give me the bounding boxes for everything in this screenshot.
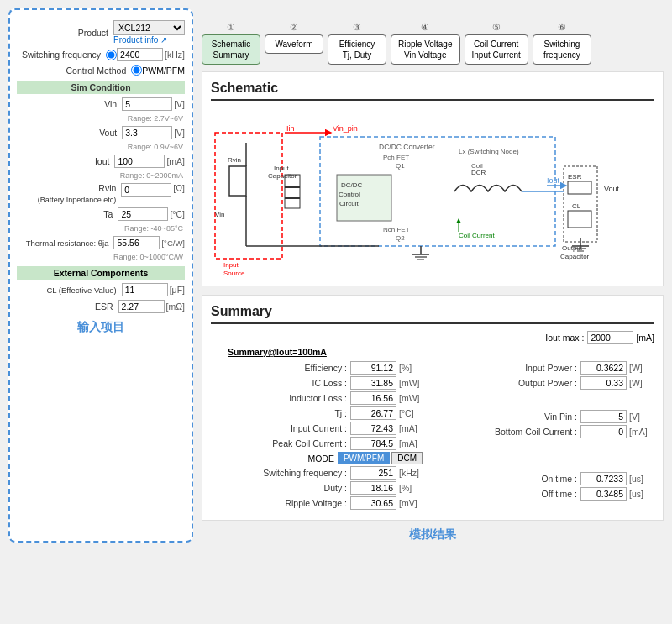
tab-bar: ① SchematicSummary ② Waveform ③ Efficien… (202, 8, 664, 65)
svg-text:Circuit: Circuit (339, 200, 359, 207)
svg-text:Iin: Iin (286, 124, 295, 133)
left-panel-label: 输入项目 (17, 320, 185, 335)
control-method-radio[interactable] (131, 65, 142, 76)
on-time-input[interactable] (580, 472, 627, 485)
output-power-input[interactable] (580, 376, 627, 390)
vin-pin-unit: [V] (629, 412, 654, 422)
sw-freq-input[interactable] (117, 48, 163, 61)
mode-label: MODE (211, 454, 338, 464)
svg-text:Coil Current: Coil Current (459, 232, 495, 239)
input-current-input[interactable] (350, 422, 396, 435)
tab-number-5: ⑤ (465, 22, 528, 33)
sw-freq-result-input[interactable] (350, 466, 396, 480)
product-label: Product (17, 28, 113, 38)
esr-input[interactable] (118, 300, 165, 313)
iout-max-input[interactable] (587, 331, 633, 344)
switching-freq-row: Switching frequency [kHz] (17, 48, 185, 61)
on-time-label: On time : (441, 474, 580, 484)
input-power-label: Input Power : (441, 363, 580, 373)
inductor-loss-label: Inductor Loss : (211, 393, 350, 403)
product-select[interactable]: XCL212 (113, 20, 185, 35)
svg-text:Vin: Vin (215, 211, 224, 218)
tab-waveform[interactable]: Waveform (265, 34, 323, 54)
ripple-unit: [mV] (399, 498, 424, 508)
input-power-row: Input Power : [W] (441, 361, 654, 375)
ic-loss-input[interactable] (350, 376, 396, 390)
product-info-link[interactable]: Product info ↗ (113, 35, 167, 45)
control-method-label: Control Method (17, 66, 131, 76)
peak-coil-input[interactable] (350, 437, 396, 450)
esr-row: ESR [mΩ] (17, 300, 185, 313)
tab-wrapper-6: ⑥ Switchingfrequency (533, 22, 591, 65)
off-time-row: Off time : [us] (441, 487, 654, 501)
ripple-label: Ripple Voltage : (211, 498, 350, 508)
tab-wrapper-5: ⑤ Coil CurrentInput Current (465, 22, 528, 65)
vout-unit: [V] (174, 128, 185, 138)
svg-text:DC/DC Converter: DC/DC Converter (379, 143, 435, 151)
peak-coil-row: Peak Coil Current : [mA] (211, 437, 424, 450)
svg-text:Source: Source (223, 270, 245, 275)
inductor-loss-row: Inductor Loss : [mW] (211, 391, 424, 405)
efficiency-input[interactable] (350, 361, 396, 375)
duty-row: Duty : [%] (211, 481, 424, 495)
iout-group: Iout [mA] Range: 0~2000mA (17, 155, 185, 180)
esr-unit: [mΩ] (166, 302, 185, 312)
svg-text:Q2: Q2 (396, 234, 405, 242)
duty-input[interactable] (350, 481, 396, 495)
input-power-input[interactable] (580, 361, 627, 375)
ripple-input[interactable] (350, 496, 396, 510)
sw-freq-label: Switching frequency (17, 50, 106, 60)
rvin-label: Rvin (Battery Inpedance etc) (17, 183, 121, 204)
vout-input[interactable] (122, 126, 172, 139)
mode-pwmpfm-btn[interactable]: PWM/PFM (338, 452, 390, 464)
off-time-input[interactable] (580, 487, 627, 501)
tab-coil-current[interactable]: Coil CurrentInput Current (465, 34, 528, 65)
bottom-coil-label: Bottom Coil Current : (441, 427, 580, 437)
vin-input[interactable] (122, 97, 172, 111)
mode-row: MODE PWM/PFM DCM (211, 452, 424, 464)
vin-range: Range: 2.7V~6V (17, 114, 183, 123)
svg-text:Lx (Switching Node): Lx (Switching Node) (459, 148, 519, 155)
efficiency-label: Efficiency : (211, 363, 350, 373)
ta-input[interactable] (118, 207, 168, 221)
mode-dcm-btn[interactable]: DCM (391, 452, 423, 464)
vin-unit: [V] (174, 99, 185, 109)
sw-freq-result-label: Switching frequency : (211, 468, 350, 478)
thermal-group: Thermal resistance: θja [°C/W] Range: 0~… (17, 236, 185, 261)
ic-loss-row: IC Loss : [mW] (211, 376, 424, 390)
off-time-unit: [us] (629, 489, 654, 499)
bottom-coil-row: Bottom Coil Current : [mA] (441, 425, 654, 438)
efficiency-row: Efficiency : [%] (211, 361, 424, 375)
spacer-right-2 (441, 459, 654, 469)
vin-pin-row: Vin Pin : [V] (441, 410, 654, 423)
iout-unit: [mA] (166, 156, 185, 166)
vin-pin-input[interactable] (580, 410, 627, 423)
control-method-value: PWM/PFM (142, 66, 185, 76)
tj-input[interactable] (350, 406, 396, 420)
vin-label: Vin (17, 99, 122, 109)
tab-switching-freq[interactable]: Switchingfrequency (533, 34, 591, 65)
svg-text:Nch FET: Nch FET (383, 226, 410, 233)
output-power-unit: [W] (629, 378, 654, 388)
cl-row: CL (Effective Value) [μF] (17, 283, 185, 296)
spacer-right (441, 396, 654, 406)
ta-range: Range: -40~85°C (17, 224, 183, 233)
iout-max-row: Iout max : [mA] (211, 331, 654, 344)
iout-input[interactable] (114, 155, 165, 168)
thermal-input[interactable] (113, 236, 160, 249)
inductor-loss-input[interactable] (350, 391, 396, 405)
cl-input[interactable] (122, 283, 168, 296)
ripple-row: Ripple Voltage : [mV] (211, 496, 424, 510)
right-panel: ① SchematicSummary ② Waveform ③ Efficien… (202, 8, 664, 543)
ext-components-header: External Compornents (17, 266, 185, 280)
svg-text:Pch FET: Pch FET (383, 154, 409, 161)
summary-at-label: Summary@Iout=100mA (228, 347, 654, 357)
rvin-input[interactable] (121, 183, 171, 197)
tab-ripple-voltage[interactable]: Ripple VoltageVin Voltage (391, 34, 460, 65)
tab-schematic-summary[interactable]: SchematicSummary (202, 34, 260, 65)
cl-label: CL (Effective Value) (17, 286, 122, 295)
bottom-coil-input[interactable] (580, 425, 627, 438)
sw-freq-radio[interactable] (106, 50, 117, 60)
svg-text:ESR: ESR (568, 173, 582, 181)
tab-efficiency[interactable]: EfficiencyTj, Duty (328, 34, 386, 65)
